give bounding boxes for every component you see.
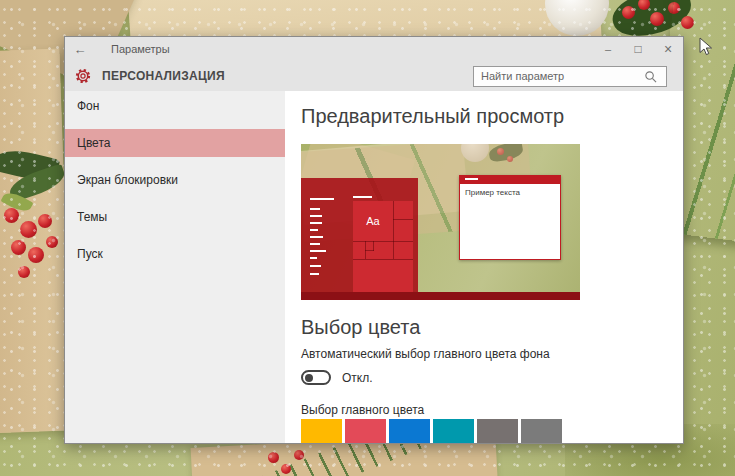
color-swatch-gray[interactable]	[521, 419, 562, 444]
theme-preview: Aa Пример текста	[301, 144, 580, 300]
menu-line	[310, 198, 334, 200]
page-title: ПЕРСОНАЛИЗАЦИЯ	[102, 69, 473, 83]
search-icon	[644, 70, 657, 83]
settings-window: ← Параметры – □ × ПЕРСОНАЛИЗАЦИЯ	[64, 36, 684, 444]
preview-taskbar	[301, 292, 580, 300]
menu-line	[310, 229, 318, 231]
window-titlebar[interactable]: ← Параметры – □ ×	[65, 37, 683, 61]
berry	[650, 12, 664, 26]
berry	[294, 450, 304, 460]
auto-color-toggle-row: Откл.	[301, 370, 373, 385]
preview-app-window: Пример текста	[459, 175, 561, 260]
preview-tile-panel: Aa	[353, 201, 413, 292]
sidebar-item-colors[interactable]: Цвета	[65, 129, 285, 157]
menu-line	[310, 215, 322, 217]
menu-dash	[465, 178, 478, 180]
menu-line	[310, 273, 319, 275]
toggle-knob	[305, 374, 313, 382]
gift-box-left	[0, 49, 73, 434]
sidebar-item-themes[interactable]: Темы	[65, 203, 285, 231]
auto-color-toggle[interactable]	[301, 370, 331, 385]
gear-icon	[74, 67, 92, 85]
close-button[interactable]: ×	[653, 37, 683, 61]
tiles-header-line	[353, 196, 372, 198]
auto-color-label: Автоматический выбор главного цвета фона	[301, 347, 550, 361]
desktop-wallpaper: ← Параметры – □ × ПЕРСОНАЛИЗАЦИЯ	[0, 0, 735, 476]
menu-line	[310, 257, 317, 259]
preview-app-titlebar	[459, 175, 561, 184]
mouse-cursor-icon	[699, 37, 714, 57]
menu-line	[310, 243, 320, 245]
app-header: ПЕРСОНАЛИЗАЦИЯ	[65, 61, 683, 91]
berry	[11, 240, 26, 255]
minimize-button[interactable]: –	[593, 37, 623, 61]
search-box	[473, 66, 667, 87]
search-input[interactable]	[474, 68, 642, 85]
menu-line	[310, 250, 326, 252]
sidebar-item-background[interactable]: Фон	[65, 92, 285, 120]
window-title: Параметры	[111, 43, 593, 55]
toggle-state-label: Откл.	[342, 371, 373, 385]
berry	[20, 221, 37, 238]
berry	[281, 464, 291, 474]
tile-grid-line	[353, 259, 413, 260]
sidebar: Фон Цвета Экран блокировки Темы Пуск	[65, 91, 285, 443]
maximize-button[interactable]: □	[623, 37, 653, 61]
tile-grid-line	[353, 241, 413, 242]
tile-grid-line	[365, 250, 374, 251]
berry	[46, 236, 58, 248]
preview-start-menu: Aa	[301, 178, 418, 292]
menu-line	[310, 222, 322, 224]
berry	[622, 6, 635, 19]
berry	[38, 214, 52, 228]
tile-grid-line	[393, 219, 413, 220]
tile-grid-line	[393, 201, 394, 259]
caption-buttons: – □ ×	[593, 37, 683, 61]
sidebar-item-lockscreen[interactable]: Экран блокировки	[65, 166, 285, 194]
preview-heading: Предварительный просмотр	[301, 105, 564, 128]
color-swatch-yellow[interactable]	[301, 419, 342, 444]
menu-line	[310, 208, 320, 210]
berry	[4, 208, 19, 223]
berry	[18, 266, 30, 278]
color-swatch-darkgray[interactable]	[477, 419, 518, 444]
berry	[28, 247, 44, 263]
main-content: Предварительный просмотр	[285, 91, 683, 443]
menu-line	[310, 236, 323, 238]
back-button[interactable]: ←	[65, 42, 95, 57]
color-swatch-blue[interactable]	[389, 419, 430, 444]
berry	[268, 452, 279, 463]
color-swatch-teal[interactable]	[433, 419, 474, 444]
color-swatch-red[interactable]	[345, 419, 386, 444]
accent-color-swatches	[301, 419, 565, 444]
sidebar-item-start[interactable]: Пуск	[65, 240, 285, 268]
accent-color-label: Выбор главного цвета	[301, 403, 424, 417]
font-preview-tile: Aa	[353, 201, 393, 241]
color-choice-heading: Выбор цвета	[301, 316, 420, 339]
menu-line	[310, 265, 321, 267]
sample-text: Пример текста	[465, 188, 520, 197]
